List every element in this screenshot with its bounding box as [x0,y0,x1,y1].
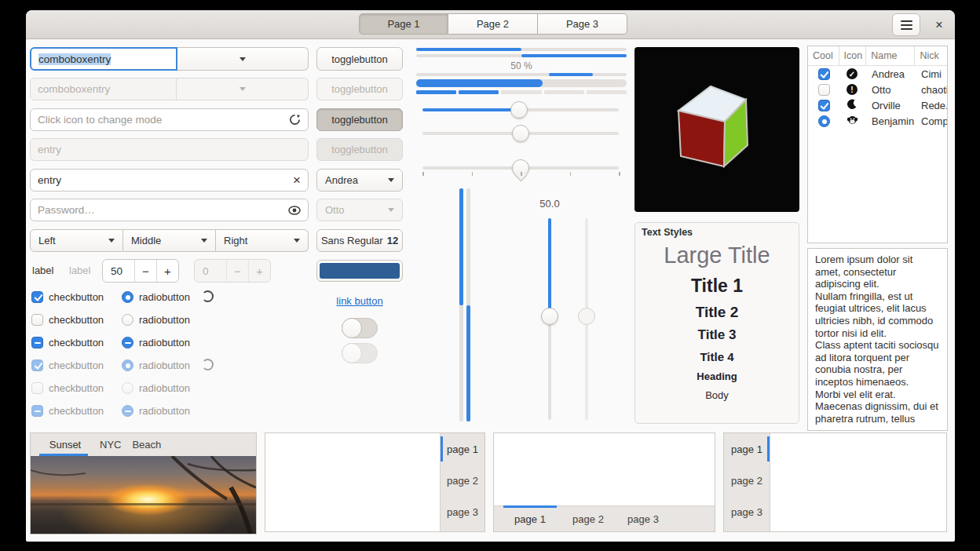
entry-change-mode[interactable]: Click icon to change mode [30,108,309,131]
tab-page-3[interactable]: Page 3 [538,13,627,35]
checkbox-checked-icon[interactable] [31,291,43,303]
table-row[interactable]: ! Otto chaoti [808,82,947,97]
tab-page-2[interactable]: page 2 [565,506,612,531]
checkbox-unchecked-icon[interactable] [31,314,43,326]
checkbox-checked-icon[interactable] [818,68,830,80]
tab-page-1[interactable]: page 1 [503,506,557,531]
font-size: 12 [387,235,398,246]
slider-handle[interactable] [512,125,529,142]
radiobutton-selected[interactable]: radiobutton [122,290,190,303]
checkbox-mixed-icon[interactable] [31,337,43,348]
dropdown-middle[interactable]: Middle [123,229,216,252]
hscale-filled[interactable] [422,108,619,111]
spinbutton-value[interactable]: 50 [103,260,134,282]
tab-page-3[interactable]: page 3 [620,506,667,531]
radio-unselected-icon[interactable] [122,314,133,326]
table-row[interactable]: Benjamin Comp [808,113,947,129]
slider-handle[interactable] [510,101,528,119]
comboboxentry-disabled-dropdown-button [177,78,309,100]
togglebutton[interactable]: togglebutton [316,47,403,71]
tab-page-2[interactable]: Page 2 [448,13,538,35]
entry-with-clear[interactable]: entry × [30,169,309,192]
tab-page-3[interactable]: page 3 [441,496,485,527]
password-field[interactable]: Password… [30,199,309,221]
refresh-icon[interactable] [289,114,301,126]
tree-header: Cool Icon Name Nick [808,46,947,66]
tab-page-3[interactable]: page 3 [724,496,770,527]
checkbutton-checked-disabled: checkbutton [31,359,104,371]
tab-sunset[interactable]: Sunset [42,439,89,451]
togglebutton-active[interactable]: togglebutton [316,108,403,131]
radio-mixed-icon[interactable] [122,337,133,348]
notebook-tabs-right: page 1 page 2 page 3 [265,432,485,532]
progress-percent-label: 50 % [416,60,627,71]
notebook-tabs-bottom: page 1 page 2 page 3 [493,432,715,532]
radiobutton-mixed[interactable]: radiobutton [122,336,190,348]
level-bar [416,90,627,94]
checkbutton-unchecked[interactable]: checkbutton [31,313,104,326]
tab-page-1[interactable]: Page 1 [359,13,448,35]
tab-nyc[interactable]: NYC [100,439,121,451]
column-header-icon[interactable]: Icon [839,46,867,65]
style-title-3: Title 3 [698,327,737,343]
tab-beach[interactable]: Beach [132,439,161,451]
eye-icon[interactable] [288,206,301,215]
checkbutton-unchecked-disabled: checkbutton [31,381,104,394]
comboboxentry-input[interactable]: comboboxentry [30,47,177,71]
spinner-icon [202,290,214,302]
chevron-down-icon [240,57,246,61]
combobox-name[interactable]: Andrea [316,169,403,192]
radiobutton-unselected[interactable]: radiobutton [122,313,190,326]
switch-off[interactable] [342,318,378,338]
checkbutton-mixed[interactable]: checkbutton [31,336,104,348]
table-row[interactable]: Orville Rede.. [808,97,947,113]
radio-selected-icon[interactable] [122,291,133,303]
entry-disabled: entry [30,138,309,161]
minus-icon: − [142,265,149,278]
column-header-nick[interactable]: Nick [915,46,947,65]
color-button[interactable] [316,260,403,282]
treeview: Cool Icon Name Nick ✓ Andrea Cimi ! Otto… [807,46,948,243]
gallery-tabbar: Sunset NYC Beach [31,433,256,456]
slider-handle[interactable] [541,308,558,325]
checkbutton-checked[interactable]: checkbutton [31,290,104,303]
vscale-filled[interactable] [548,218,551,420]
font-button[interactable]: Sans Regular12 [316,229,403,252]
comboboxentry-dropdown-button[interactable] [177,47,309,71]
dropdown-left[interactable]: Left [30,229,123,252]
tab-page-2[interactable]: page 2 [441,465,485,496]
link-button-wrap: link button [316,294,403,308]
checkbutton-mixed-disabled: checkbutton [31,404,104,417]
column-header-name[interactable]: Name [866,46,915,65]
active-tab-indicator [503,505,557,508]
hscale-plain[interactable] [422,132,619,135]
vprogress-fill [459,188,463,305]
chevron-down-icon [240,87,246,91]
spin-plus-button[interactable]: + [156,260,178,282]
tab-page-2[interactable]: page 2 [724,465,770,496]
radio-selected-icon[interactable] [818,115,830,127]
togglebutton-disabled: togglebutton [316,78,403,100]
lorem-textview[interactable]: Lorem ipsum dolor sit amet, consectetur … [807,248,948,431]
spinbutton[interactable]: 50 − + [102,259,179,283]
table-row[interactable]: ✓ Andrea Cimi [808,66,947,82]
progressbar-left [416,48,627,51]
close-button[interactable]: × [929,16,949,35]
monkey-icon [847,115,858,126]
hscale-with-marks[interactable] [422,166,619,170]
comboboxentry-disabled-input: comboboxentry [30,78,177,100]
column-header-cool[interactable]: Cool [808,46,839,65]
hamburger-menu-button[interactable] [892,13,920,36]
link-button[interactable]: link button [336,295,382,307]
clear-icon[interactable]: × [293,175,301,186]
tab-page-1[interactable]: page 1 [441,433,485,465]
dropdown-right[interactable]: Right [216,229,309,252]
style-heading: Heading [697,370,737,382]
checkbox-checked-icon[interactable] [818,100,830,111]
radiobutton-unselected-disabled: radiobutton [122,381,190,394]
checkbox-unchecked-icon[interactable] [818,84,830,96]
spin-minus-button[interactable]: − [134,260,156,282]
tab-page-1[interactable]: page 1 [724,433,770,465]
tree-name: Otto [867,84,916,96]
switch-knob[interactable] [342,318,362,338]
